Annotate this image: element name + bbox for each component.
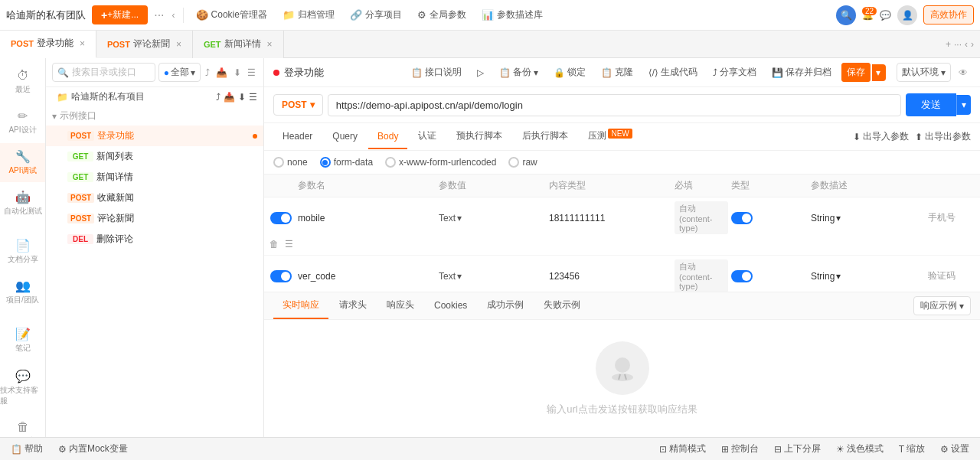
radio-none[interactable]: none (273, 157, 308, 168)
tab-close-3[interactable]: × (267, 39, 273, 50)
avatar[interactable]: 👤 (897, 5, 917, 25)
import-params-button[interactable]: ⬇ 出导入参数 (853, 130, 909, 143)
tree-item-news-detail[interactable]: GET 新闻详情 (46, 167, 263, 188)
required-toggle-vercode[interactable] (731, 270, 753, 282)
param-desc-mobile[interactable] (928, 213, 974, 223)
send-dropdown-button[interactable]: ▾ (956, 95, 971, 115)
param-value-mobile[interactable] (549, 213, 671, 223)
run-button[interactable]: ▷ (472, 64, 489, 81)
light-mode-button[interactable]: ☀ 浅色模式 (831, 441, 888, 457)
tree-item-news-list[interactable]: GET 新闻列表 (46, 146, 263, 167)
more-button[interactable]: ··· (151, 8, 167, 22)
env-select[interactable]: 默认环境 ▾ (897, 63, 951, 82)
resp-tab-resp-headers[interactable]: 响应头 (377, 292, 423, 319)
radio-raw[interactable]: raw (508, 157, 537, 168)
global-params-menu[interactable]: ⚙ 全局参数 (411, 8, 472, 21)
console-button[interactable]: ⊞ 控制台 (717, 441, 763, 457)
tab-close-2[interactable]: × (176, 39, 181, 50)
message-icon[interactable]: 💬 (880, 10, 891, 21)
tabs-nav-left[interactable]: ‹ (965, 39, 968, 50)
sidebar-search[interactable]: 🔍 搜索目录或接口 (52, 63, 155, 82)
backup-button[interactable]: 📋 备份 ▾ (494, 63, 544, 82)
zoom-button[interactable]: T 缩放 (894, 441, 929, 457)
nav-api-debug[interactable]: 🔧 API调试 (0, 143, 45, 182)
resp-tab-success[interactable]: 成功示例 (478, 292, 533, 319)
radio-form-data[interactable]: form-data (320, 157, 373, 168)
url-input[interactable] (328, 94, 901, 116)
new-button[interactable]: + +新建... (92, 5, 148, 24)
simple-mode-button[interactable]: ⊡ 精简模式 (655, 441, 710, 457)
save-button[interactable]: 保存 (841, 63, 871, 82)
param-desc-menu[interactable]: 📊 参数描述库 (475, 8, 549, 21)
export-params-button[interactable]: ⬆ 出导出参数 (915, 130, 971, 143)
tab-login[interactable]: POST 登录功能 × (0, 31, 96, 58)
sidebar-filter[interactable]: ● 全部 ▾ (158, 63, 201, 82)
folder-menu-icon[interactable]: ☰ (249, 92, 257, 103)
nav-notes[interactable]: 📝 笔记 (0, 321, 45, 360)
help-button[interactable]: 📋 帮助 (6, 441, 47, 457)
tab-news-detail[interactable]: GET 新闻详情 × (193, 31, 284, 58)
share-doc-button[interactable]: ⤴ 分享文档 (707, 63, 762, 82)
type-select-mobile[interactable]: Text ▾ (439, 213, 546, 223)
gen-code-button[interactable]: ⟨/⟩ 生成代码 (643, 63, 703, 82)
clone-button[interactable]: 📋 克隆 (596, 63, 639, 82)
cookie-manager-menu[interactable]: 🍪 Cookie管理器 (190, 8, 273, 21)
datatype-select-mobile[interactable]: String ▾ (811, 213, 925, 223)
tab-close-1[interactable]: × (80, 38, 85, 49)
project-folder[interactable]: 📁 哈迪斯的私有项目 ⤴ 📥 ⬇ ☰ (46, 87, 263, 106)
delete-mobile[interactable]: 🗑 (268, 237, 280, 251)
toggle-mobile[interactable] (270, 212, 292, 224)
mock-button[interactable]: ⚙ 内置Mock变量 (54, 441, 132, 457)
toggle-vercode[interactable] (270, 270, 292, 282)
import-folder-icon[interactable]: 📥 (224, 92, 235, 103)
nav-left-arrow[interactable]: ‹ (171, 10, 177, 21)
split-screen-button[interactable]: ⊟ 上下分屏 (769, 441, 825, 457)
method-select[interactable]: POST ▾ (273, 94, 323, 116)
nav-support[interactable]: 💬 技术支持客服 (0, 363, 45, 413)
notification-button[interactable]: 🔔 22 (862, 10, 874, 21)
eye-button[interactable]: 👁 (956, 67, 971, 78)
add-child-mobile[interactable]: ⊕ (264, 237, 265, 251)
resp-tab-cookies[interactable]: Cookies (425, 294, 476, 318)
resp-tab-fail[interactable]: 失败示例 (534, 292, 590, 319)
datatype-select-vercode[interactable]: String ▾ (811, 271, 925, 282)
import-icon[interactable]: 📥 (214, 66, 229, 80)
tree-item-collect-news[interactable]: POST 收藏新闻 (46, 188, 263, 208)
resp-tab-req-headers[interactable]: 请求头 (330, 292, 376, 319)
tab-auth[interactable]: 认证 (409, 123, 446, 150)
nav-recent[interactable]: ⏱ 最近 (0, 63, 45, 101)
param-desc-vercode[interactable] (928, 271, 974, 282)
tab-query[interactable]: Query (323, 125, 367, 149)
collaborate-button[interactable]: 高效协作 (923, 5, 974, 24)
tab-body[interactable]: Body (368, 125, 407, 149)
resp-example-select[interactable]: 响应示例 ▾ (913, 296, 971, 315)
tab-header[interactable]: Header (273, 125, 322, 149)
nav-project-team[interactable]: 👥 项目/团队 (0, 272, 45, 312)
resp-tab-realtime[interactable]: 实时响应 (273, 292, 328, 319)
save-archive-button[interactable]: 💾 保存并归档 (766, 63, 837, 82)
tabs-nav-right[interactable]: › (971, 39, 974, 50)
download-icon[interactable]: ⬇ (232, 66, 243, 80)
more-mobile[interactable]: ☰ (283, 237, 295, 251)
required-toggle-mobile[interactable] (731, 212, 753, 224)
more-tabs-button[interactable]: ··· (954, 39, 962, 50)
share-folder-icon[interactable]: ⤴ (216, 92, 220, 103)
global-search-button[interactable]: 🔍 (836, 5, 856, 25)
save-dropdown[interactable]: ▾ (872, 64, 886, 81)
param-name-vercode[interactable] (298, 271, 436, 282)
download-folder-icon[interactable]: ⬇ (238, 92, 246, 103)
tree-item-login[interactable]: POST 登录功能 (46, 126, 263, 146)
send-button[interactable]: 发送 (906, 93, 956, 116)
tree-item-delete-comment[interactable]: DEL 删除评论 (46, 229, 263, 250)
tab-post-script[interactable]: 后执行脚本 (513, 123, 577, 150)
type-select-vercode[interactable]: Text ▾ (439, 271, 546, 282)
share-menu[interactable]: 🔗 分享项目 (344, 8, 408, 21)
tab-stress[interactable]: 压测NEW (579, 123, 641, 150)
share-sidebar-icon[interactable]: ⤴ (204, 66, 211, 80)
menu-icon[interactable]: ☰ (246, 66, 257, 80)
interface-desc-button[interactable]: 📋 接口说明 (406, 63, 467, 82)
add-tab-button[interactable]: + (946, 39, 951, 50)
tab-comment[interactable]: POST 评论新聞 × (96, 31, 193, 58)
settings-button[interactable]: ⚙ 设置 (936, 441, 974, 457)
tab-pre-script[interactable]: 预执行脚本 (447, 123, 511, 150)
